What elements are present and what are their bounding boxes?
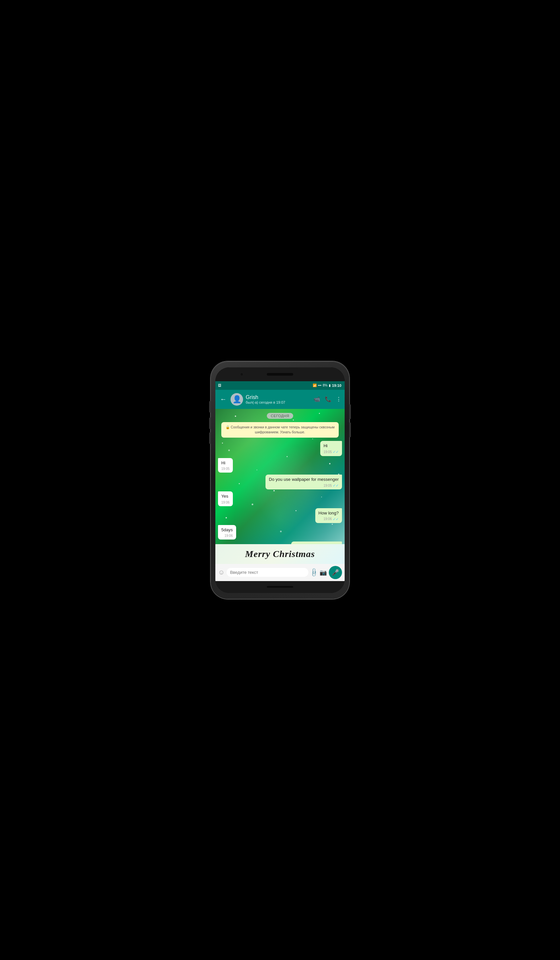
- message-time: 19:06: [221, 500, 230, 505]
- phone-device: 🖼 📶 ••• 8% ▮ 19:10 ← 👤 Grish был(: [211, 362, 349, 599]
- app-header: ← 👤 Grish был(-а) сегодня в 19:07 📹 📞 ⋮: [215, 390, 345, 409]
- status-bar: 🖼 📶 ••• 8% ▮ 19:10: [215, 381, 345, 390]
- front-camera: [240, 373, 243, 376]
- message-time: 19:05: [323, 483, 332, 488]
- message-ticks: ✓✓: [333, 483, 339, 488]
- bubble-meta: 19:06: [221, 534, 233, 538]
- phone-call-button[interactable]: 📞: [325, 396, 331, 402]
- message-text: Hi: [221, 460, 225, 465]
- message-text: Do you use wallpaper for messenger: [269, 477, 339, 482]
- message-ticks: ✓✓: [333, 450, 339, 454]
- status-right: 📶 ••• 8% ▮ 19:10: [313, 384, 341, 387]
- phone-screen: 🖼 📶 ••• 8% ▮ 19:10 ← 👤 Grish был(: [215, 367, 345, 593]
- message-row: 5days 19:06: [218, 525, 342, 539]
- bottom-speaker: [267, 586, 293, 588]
- phone-bottom-bar: [215, 581, 345, 593]
- chat-messages: СЕГОДНЯ 🔒 Сообщения и звонки в данном ча…: [215, 409, 345, 544]
- battery-icon: ▮: [329, 384, 331, 387]
- message-time: 19:05: [323, 450, 332, 454]
- signal-icon: •••: [318, 384, 322, 387]
- avatar: 👤: [230, 393, 243, 406]
- message-text: Hi: [323, 443, 328, 448]
- chat-area: СЕГОДНЯ 🔒 Сообщения и звонки в данном ча…: [215, 409, 345, 544]
- contact-status: был(-а) сегодня в 19:07: [246, 400, 311, 404]
- chat-bottom: Merry Christmas ☺ 📎 📷 🎤: [215, 544, 345, 581]
- bubble-meta: 19:06 ✓✓: [318, 517, 339, 522]
- avatar-icon: 👤: [232, 395, 242, 404]
- message-row: How long? 19:06 ✓✓: [218, 508, 342, 523]
- message-time: 19:06: [323, 517, 332, 522]
- message-bubble-sent: Do you use wallpaper for messenger 19:05…: [266, 475, 342, 490]
- encryption-notice: 🔒 Сообщения и звонки в данном чате тепер…: [221, 422, 339, 438]
- mic-button[interactable]: 🎤: [329, 566, 342, 579]
- status-time: 19:10: [332, 384, 341, 387]
- merry-christmas-banner: Merry Christmas: [215, 544, 345, 564]
- attach-button[interactable]: 📎: [309, 567, 319, 578]
- screen: 🖼 📶 ••• 8% ▮ 19:10 ← 👤 Grish был(: [215, 381, 345, 581]
- message-row: Do you use wallpaper for messenger 19:05…: [218, 475, 342, 490]
- contact-info: Grish был(-а) сегодня в 19:07: [246, 394, 311, 404]
- battery-percent: 8%: [323, 384, 327, 387]
- back-button[interactable]: ←: [219, 394, 228, 404]
- date-badge: СЕГОДНЯ: [267, 413, 293, 419]
- message-row: Hi 19:05 ✓✓: [218, 441, 342, 456]
- emoji-button[interactable]: ☺: [218, 568, 225, 576]
- input-bar: ☺ 📎 📷 🎤: [215, 564, 345, 581]
- message-text: Yes: [221, 494, 228, 499]
- status-left: 🖼: [218, 384, 221, 387]
- message-time: 19:06: [225, 534, 233, 538]
- wifi-icon: 📶: [313, 384, 317, 387]
- message-row: Hi 19:05: [218, 458, 342, 473]
- bubble-meta: 19:05 ✓✓: [269, 483, 339, 488]
- mic-icon: 🎤: [332, 569, 339, 576]
- contact-name: Grish: [246, 394, 311, 400]
- phone-top-bar: [215, 367, 345, 381]
- header-actions: 📹 📞 ⋮: [314, 396, 341, 402]
- notification-icon: 🖼: [218, 384, 221, 387]
- message-row: and what do you think? 19:06 ✓✓: [218, 541, 342, 544]
- speaker: [267, 373, 293, 376]
- message-bubble-sent: and what do you think? 19:06 ✓✓: [291, 541, 342, 544]
- message-bubble-sent: Hi 19:05 ✓✓: [320, 441, 342, 456]
- message-text: How long?: [318, 510, 339, 515]
- bubble-meta: 19:05 ✓✓: [323, 450, 339, 454]
- video-call-button[interactable]: 📹: [314, 396, 320, 402]
- message-bubble-received: Yes 19:06: [218, 491, 233, 506]
- message-bubble-sent: How long? 19:06 ✓✓: [315, 508, 342, 523]
- message-input[interactable]: [227, 568, 308, 577]
- message-ticks: ✓✓: [333, 517, 339, 522]
- camera-button[interactable]: 📷: [320, 569, 327, 576]
- message-bubble-received: Hi 19:05: [218, 458, 233, 473]
- merry-christmas-text: Merry Christmas: [245, 549, 315, 559]
- more-options-button[interactable]: ⋮: [336, 396, 341, 402]
- message-text: 5days: [221, 527, 233, 532]
- message-time: 19:05: [221, 467, 230, 471]
- bubble-meta: 19:06: [221, 500, 230, 505]
- message-row: Yes 19:06: [218, 491, 342, 506]
- bubble-meta: 19:05: [221, 467, 230, 471]
- message-bubble-received: 5days 19:06: [218, 525, 236, 539]
